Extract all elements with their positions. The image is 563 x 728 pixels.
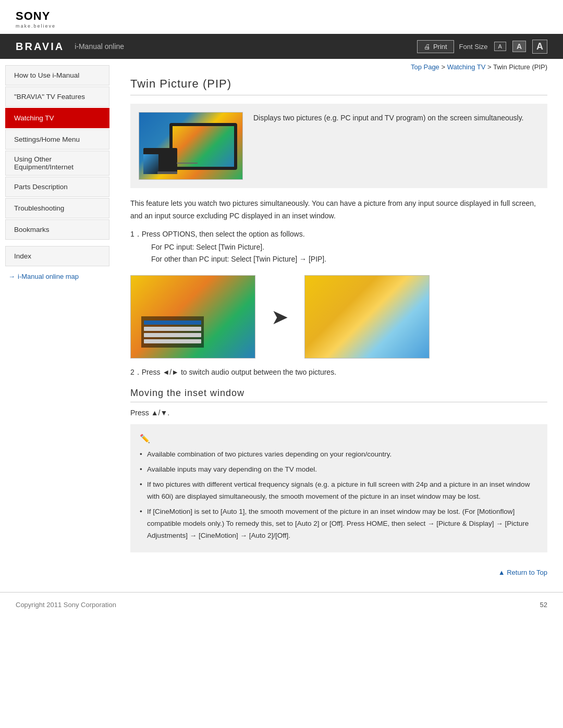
font-small-button[interactable]: A — [494, 42, 506, 51]
step-2-label: 2．Press ◄/► to switch audio output betwe… — [130, 368, 547, 377]
sidebar-item-how-to-use[interactable]: How to Use i-Manual — [5, 65, 109, 85]
sidebar-item-troubleshooting[interactable]: Troubleshooting — [5, 198, 109, 218]
step-1-sub1: For PC input: Select [Twin Picture]. — [130, 241, 547, 254]
font-medium-button[interactable]: A — [512, 41, 526, 52]
main-layout: How to Use i-Manual "BRAVIA" TV Features… — [0, 59, 563, 592]
sidebar-item-bookmarks[interactable]: Bookmarks — [5, 219, 109, 240]
content-area: Top Page > Watching TV > Twin Picture (P… — [115, 59, 563, 592]
breadcrumb-sep1: > — [439, 63, 447, 71]
intro-section: Displays two pictures (e.g. PC input and… — [130, 104, 547, 188]
menu-item-2 — [144, 333, 201, 337]
map-arrow-icon: → — [8, 273, 15, 280]
sidebar-item-bravia-features[interactable]: "BRAVIA" TV Features — [5, 87, 109, 107]
return-to-top: Return to Top — [130, 563, 547, 576]
sidebar-map-link[interactable]: → i-Manual online map — [0, 268, 115, 285]
laptop-base — [157, 171, 177, 174]
step-1-label: 1．Press OPTIONS, then select the option … — [130, 230, 547, 239]
footer: Copyright 2011 Sony Corporation 52 — [0, 592, 563, 617]
section-heading-moving: Moving the inset window — [130, 388, 547, 402]
sidebar-item-other-equipment[interactable]: Using Other Equipment/Internet — [5, 151, 109, 176]
menu-item-3 — [144, 339, 201, 343]
font-size-label: Font Size — [459, 43, 488, 51]
laptop-display — [143, 148, 177, 174]
return-top-link[interactable]: Return to Top — [498, 569, 547, 576]
breadcrumb-watching[interactable]: Watching TV — [447, 63, 486, 71]
menu-item-selected — [144, 320, 201, 325]
diagram-after-image — [304, 275, 430, 359]
note-item-3: If two pictures with different vertical … — [140, 479, 538, 503]
breadcrumb-sep2: > — [485, 63, 493, 71]
font-large-button[interactable]: A — [532, 40, 547, 54]
breadcrumb: Top Page > Watching TV > Twin Picture (P… — [130, 59, 547, 77]
print-label: Print — [433, 43, 447, 51]
sidebar-item-parts-description[interactable]: Parts Description — [5, 177, 109, 197]
step-2: 2．Press ◄/► to switch audio output betwe… — [130, 368, 547, 377]
diagram-before-image — [130, 275, 255, 359]
copyright-text: Copyright 2011 Sony Corporation — [16, 601, 116, 609]
sidebar-item-index[interactable]: Index — [5, 246, 109, 266]
diagram-arrow-icon: ➤ — [271, 305, 289, 329]
step-1-sub2: For other than PC input: Select [Twin Pi… — [130, 253, 547, 266]
nav-brand: BRAVIA i-Manual online — [16, 41, 124, 53]
nav-controls: 🖨 Print Font Size A A A — [417, 40, 547, 54]
intro-text: Displays two pictures (e.g. PC input and… — [253, 112, 524, 124]
press-text: Press ▲/▼. — [130, 409, 547, 417]
note-item-1: Available combination of two pictures va… — [140, 449, 538, 461]
map-link-label: i-Manual online map — [18, 273, 79, 280]
breadcrumb-current: Twin Picture (PIP) — [493, 63, 547, 71]
pip-intro-image — [139, 112, 243, 180]
body-text: This feature lets you watch two pictures… — [130, 198, 547, 223]
manual-subtitle: i-Manual online — [75, 42, 124, 51]
sony-logo: SONY — [16, 9, 547, 23]
print-icon: 🖨 — [424, 43, 431, 51]
menu-overlay — [141, 316, 204, 348]
breadcrumb-top[interactable]: Top Page — [411, 63, 439, 71]
note-box: ✏️ Available combination of two pictures… — [130, 424, 547, 552]
note-icon: ✏️ — [140, 431, 538, 446]
laptop-screen — [143, 154, 158, 174]
page-number: 52 — [540, 601, 547, 609]
menu-item-1 — [144, 327, 201, 331]
sidebar-item-watching-tv[interactable]: Watching TV — [5, 108, 109, 128]
note-item-2: Available inputs may vary depending on t… — [140, 464, 538, 476]
step-1: 1．Press OPTIONS, then select the option … — [130, 230, 547, 266]
note-item-4: If [CineMotion] is set to [Auto 1], the … — [140, 506, 538, 542]
tv-screen — [173, 126, 234, 167]
connection-cable — [177, 163, 198, 164]
bravia-logo: BRAVIA — [16, 41, 64, 53]
sony-tagline: make.believe — [16, 23, 547, 29]
pip-diagram: ➤ — [130, 275, 547, 359]
sony-header: SONY make.believe — [0, 0, 563, 34]
nav-bar: BRAVIA i-Manual online 🖨 Print Font Size… — [0, 34, 563, 59]
note-list: Available combination of two pictures va… — [140, 449, 538, 542]
page-title: Twin Picture (PIP) — [130, 77, 547, 95]
sidebar-item-settings[interactable]: Settings/Home Menu — [5, 129, 109, 150]
sidebar: How to Use i-Manual "BRAVIA" TV Features… — [0, 59, 115, 592]
print-button[interactable]: 🖨 Print — [417, 40, 454, 53]
